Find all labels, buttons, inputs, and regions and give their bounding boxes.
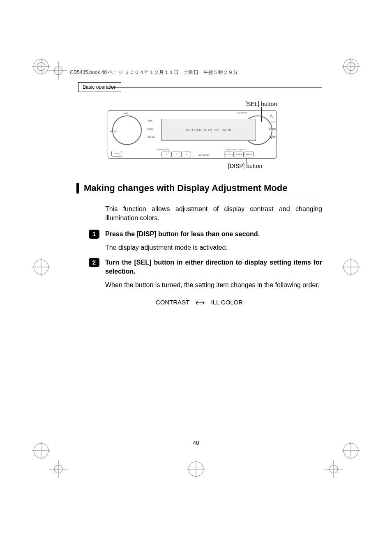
sel-label: SEL (271, 120, 276, 123)
preset-1-icon: 1 (161, 152, 171, 157)
page-number: 40 (0, 440, 392, 446)
setting-order: CONTRAST ILL COLOR (76, 299, 322, 306)
disc-label: DISC (148, 128, 153, 130)
order-left: CONTRAST (156, 299, 189, 306)
mute-label: MUTE (110, 130, 117, 133)
chevron-up-icon: ⋀ (270, 114, 273, 118)
tune-arrows-icon: ⋀ ⋁ (268, 114, 274, 139)
callout-line (247, 158, 247, 164)
band-label: BAND (269, 128, 276, 130)
registration-mark-icon (49, 460, 67, 478)
preset-3-icon: 3 (181, 152, 191, 157)
eclipse-logo: ECLIPSE (198, 154, 209, 157)
step-title: Press the [DISP] button for less than on… (105, 230, 322, 239)
preset-2-icon: 2 (171, 152, 181, 157)
disp-label: DISP (270, 136, 276, 138)
registration-mark-icon (342, 258, 360, 276)
model-label: CD 5435 (237, 111, 247, 114)
preset-4-icon: 4 SCAN (224, 152, 234, 157)
section-rule (76, 197, 322, 197)
registration-mark-icon (49, 62, 67, 80)
aux-label: AUX (148, 120, 152, 122)
callout-disp: [DISP] button (228, 163, 262, 169)
fm-am-label: FM AM (148, 136, 155, 138)
print-header: CD5435.book 40 ページ ２００４年１２月１１日 土曜日 午後５時２… (70, 69, 238, 76)
device-illustration: ⋀ ⋁ VOL AUX DISC FM AM MUTE CD 5435 SEL … (108, 110, 277, 159)
step-body: When the button is turned, the setting i… (105, 281, 322, 290)
vol-label: VOL (124, 112, 129, 115)
wma-label: WMA MP3 (157, 148, 169, 151)
double-arrow-icon (194, 299, 206, 306)
order-right: ILL COLOR (211, 299, 243, 306)
step-title: Turn the [SEL] button in either directio… (105, 258, 322, 276)
step-body: The display adjustment mode is activated… (105, 243, 322, 252)
hdradio-label: HD Radio SIRIUS (226, 148, 246, 151)
preset-5-icon: 5 RPT (234, 152, 244, 157)
registration-mark-icon (325, 460, 343, 478)
step-2: 2 Turn the [SEL] button in either direct… (105, 258, 322, 290)
preset-6-icon: 6 RAND (244, 152, 254, 157)
registration-mark-icon (187, 460, 205, 478)
registration-mark-icon (32, 258, 50, 276)
display-text: ILL FOLD SCAN RPT RAND (186, 129, 231, 131)
pwr-button-icon: PWR (111, 151, 122, 157)
registration-mark-icon (342, 58, 360, 76)
tab-rule (111, 87, 322, 88)
step-1: 1 Press the [DISP] button for less than … (105, 230, 322, 252)
step-number-badge: 1 (89, 230, 99, 239)
step-number-badge: 2 (89, 258, 99, 267)
section-heading: Making changes with Display Adjustment M… (76, 183, 322, 193)
document-page: CD5435.book 40 ページ ２００４年１２月１１日 土曜日 午後５時２… (0, 0, 392, 555)
device-display: ILL FOLD SCAN RPT RAND (161, 119, 256, 141)
section: Making changes with Display Adjustment M… (76, 183, 322, 306)
registration-mark-icon (32, 58, 50, 76)
section-intro: This function allows adjustment of displ… (105, 205, 322, 223)
callout-sel: [SEL] button (245, 101, 277, 107)
